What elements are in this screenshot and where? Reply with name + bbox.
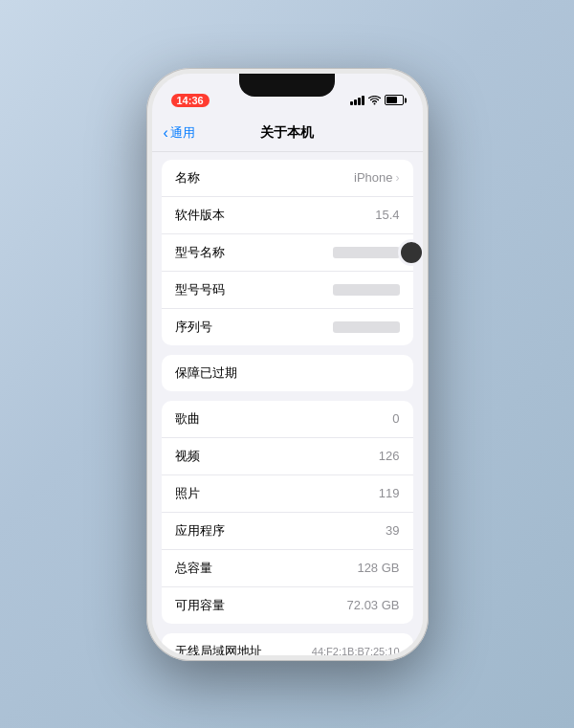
label-available-capacity: 可用容量	[175, 597, 225, 614]
value-serial	[333, 321, 400, 333]
page-title: 关于本机	[260, 124, 314, 142]
label-apps: 应用程序	[175, 522, 225, 540]
label-warranty: 保障已过期	[175, 364, 237, 382]
back-label: 通用	[170, 124, 195, 142]
signal-icon	[350, 96, 364, 105]
warranty-group: 保障已过期	[162, 355, 413, 391]
value-model-number	[333, 284, 400, 296]
label-name: 名称	[175, 169, 200, 187]
list-item-apps: 应用程序 39	[162, 513, 413, 550]
back-button[interactable]: ‹ 通用	[164, 124, 195, 142]
label-songs: 歌曲	[175, 410, 200, 428]
list-item-name[interactable]: 名称 iPhone ›	[162, 160, 413, 197]
value-wifi-address: 44:F2:1B:B7:25:10	[312, 646, 400, 655]
value-software: 15.4	[375, 208, 399, 222]
label-wifi-address: 无线局域网地址	[175, 643, 262, 655]
list-item-model-name: 型号名称	[162, 234, 413, 272]
list-item-available-capacity: 可用容量 72.03 GB	[162, 587, 413, 624]
wifi-icon	[368, 96, 381, 105]
list-item-total-capacity: 总容量 128 GB	[162, 550, 413, 587]
notch	[239, 74, 335, 97]
scroll-indicator	[398, 239, 423, 266]
value-name: iPhone ›	[354, 170, 399, 185]
chevron-icon: ›	[396, 171, 400, 185]
list-item-serial: 序列号	[162, 309, 413, 345]
label-software: 软件版本	[175, 207, 225, 224]
network-group: 无线局域网地址 44:F2:1B:B7:25:10 蓝牙 AC:AD:A5:AB	[162, 633, 413, 655]
label-photos: 照片	[175, 485, 200, 502]
list-item-videos: 视频 126	[162, 438, 413, 475]
status-bar: 14:36	[152, 74, 423, 116]
label-total-capacity: 总容量	[175, 560, 212, 577]
label-videos: 视频	[175, 448, 200, 465]
list-item-warranty: 保障已过期	[162, 355, 413, 391]
device-info-group: 名称 iPhone › 软件版本 15.4 型号名称	[152, 160, 423, 345]
value-available-capacity: 72.03 GB	[347, 598, 400, 612]
label-model-number: 型号号码	[175, 281, 225, 298]
storage-group: 歌曲 0 视频 126 照片 119 应用程序 39 总容量 128 GB	[162, 401, 413, 624]
value-photos: 119	[379, 486, 400, 500]
value-videos: 126	[379, 449, 400, 463]
value-model-name	[333, 247, 400, 258]
label-serial: 序列号	[175, 319, 212, 336]
value-total-capacity: 128 GB	[357, 561, 399, 575]
content-area: 名称 iPhone › 软件版本 15.4 型号名称	[152, 152, 423, 655]
value-songs: 0	[392, 411, 399, 426]
list-item-photos: 照片 119	[162, 475, 413, 513]
status-time: 14:36	[171, 94, 210, 107]
list-item-software: 软件版本 15.4	[162, 197, 413, 234]
status-icons	[350, 95, 404, 105]
list-item-model-number: 型号号码	[162, 272, 413, 309]
phone-screen: 14:36 ‹ 通用 关于本	[152, 74, 423, 655]
phone-frame: 14:36 ‹ 通用 关于本	[146, 68, 429, 661]
back-arrow-icon: ‹	[164, 124, 168, 142]
list-item-songs: 歌曲 0	[162, 401, 413, 438]
value-apps: 39	[386, 523, 399, 538]
device-info-list: 名称 iPhone › 软件版本 15.4 型号名称	[162, 160, 413, 345]
battery-icon	[385, 95, 404, 105]
nav-bar: ‹ 通用 关于本机	[152, 116, 423, 152]
label-model-name: 型号名称	[175, 244, 225, 261]
list-item-wifi-address: 无线局域网地址 44:F2:1B:B7:25:10	[162, 633, 413, 655]
